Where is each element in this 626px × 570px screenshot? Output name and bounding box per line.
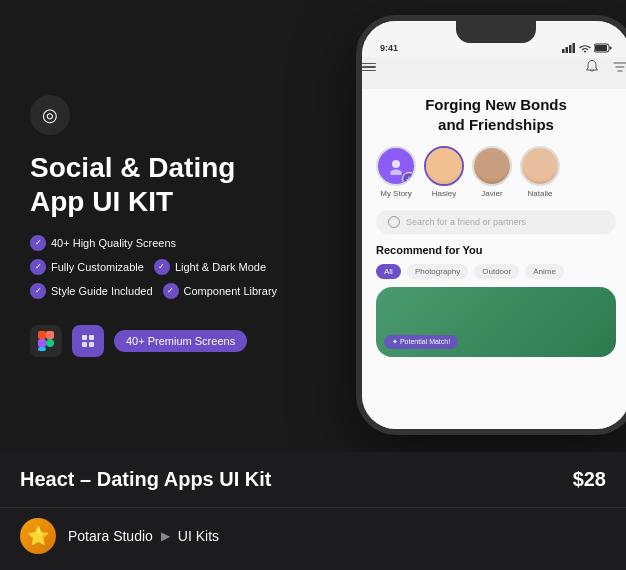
feature-label: Light & Dark Mode [175, 261, 266, 273]
preview-area: ◎ Social & Dating App UI KIT 40+ High Qu… [0, 0, 626, 452]
feature-label: 40+ High Quality Screens [51, 237, 176, 249]
feature-item: Fully Customizable [30, 259, 144, 275]
status-icons [562, 43, 612, 53]
product-card: ◎ Social & Dating App UI KIT 40+ High Qu… [0, 0, 626, 570]
hamburger-icon [362, 63, 376, 72]
feature-check-icon [163, 283, 179, 299]
figma-component-icon [72, 325, 104, 357]
feature-check-icon [30, 235, 46, 251]
features-row-1: 40+ High Quality Screens [30, 235, 596, 251]
svg-rect-7 [82, 342, 87, 347]
wifi-icon [579, 44, 591, 53]
feature-check-icon [30, 259, 46, 275]
price-tag: $28 [573, 468, 606, 491]
svg-point-4 [46, 339, 54, 347]
svg-rect-5 [82, 335, 87, 340]
main-title: Social & Dating App UI KIT [30, 151, 596, 218]
svg-rect-6 [89, 335, 94, 340]
author-name: Potara Studio [68, 528, 153, 544]
author-avatar-icon: ⭐ [27, 525, 49, 547]
screens-badge-label: 40+ Premium Screens [126, 335, 235, 347]
title-line1: Social & Dating [30, 152, 235, 183]
feature-label: Fully Customizable [51, 261, 144, 273]
features-row-3: Style Guide Included Component Library [30, 283, 596, 299]
feature-item: 40+ High Quality Screens [30, 235, 176, 251]
figma-icon [30, 325, 62, 357]
svg-rect-12 [573, 43, 576, 53]
feature-item: Light & Dark Mode [154, 259, 266, 275]
settings-filter-icon [610, 57, 626, 77]
feature-check-icon [154, 259, 170, 275]
feature-label: Style Guide Included [51, 285, 153, 297]
features-row-2: Fully Customizable Light & Dark Mode [30, 259, 596, 275]
svg-rect-0 [38, 331, 46, 339]
left-content: ◎ Social & Dating App UI KIT 40+ High Qu… [30, 95, 596, 356]
svg-rect-11 [569, 45, 572, 53]
feature-check-icon [30, 283, 46, 299]
brand-logo-icon: ◎ [30, 95, 70, 135]
phone-nav [362, 57, 626, 77]
battery-icon [594, 43, 612, 53]
svg-rect-14 [595, 45, 607, 51]
screens-badge: 40+ Premium Screens [114, 330, 247, 352]
phone-notch [456, 21, 536, 43]
author-avatar: ⭐ [20, 518, 56, 554]
chevron-right-icon: ▶ [161, 529, 170, 543]
svg-rect-8 [89, 342, 94, 347]
category-tag: UI Kits [178, 528, 219, 544]
feature-label: Component Library [184, 285, 278, 297]
svg-rect-3 [38, 347, 46, 351]
feature-item: Component Library [163, 283, 278, 299]
svg-rect-1 [46, 331, 54, 339]
bottom-bar: 40+ Premium Screens [30, 325, 596, 357]
svg-rect-2 [38, 339, 46, 347]
title-line2: App UI KIT [30, 186, 173, 217]
svg-rect-15 [610, 47, 612, 50]
product-title: Heact – Dating Apps UI Kit [20, 468, 272, 491]
author-section[interactable]: ⭐ Potara Studio ▶ UI Kits [0, 507, 626, 570]
svg-rect-10 [566, 47, 569, 53]
notification-icon [582, 57, 602, 77]
info-section: Heact – Dating Apps UI Kit $28 [0, 452, 626, 507]
author-info: Potara Studio ▶ UI Kits [68, 528, 219, 544]
feature-item: Style Guide Included [30, 283, 153, 299]
phone-time: 9:41 [380, 43, 398, 53]
features-list: 40+ High Quality Screens Fully Customiza… [30, 235, 596, 299]
logo-symbol: ◎ [42, 104, 58, 126]
svg-rect-9 [562, 49, 565, 53]
signal-icon [562, 43, 576, 53]
